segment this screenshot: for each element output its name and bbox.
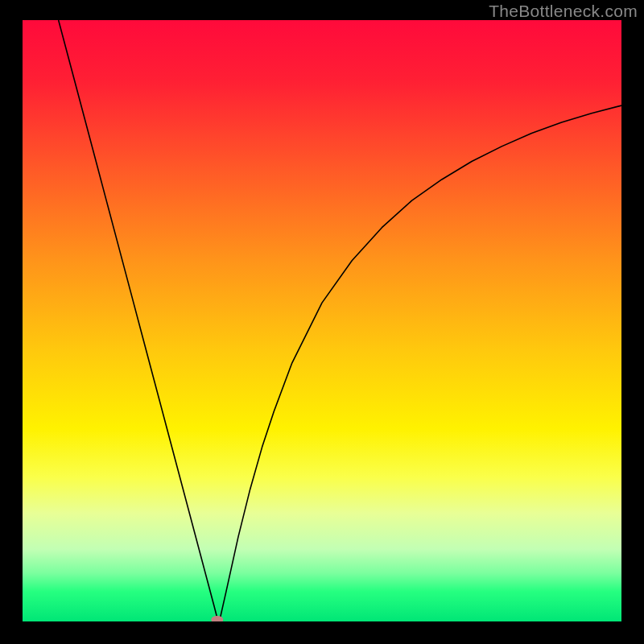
watermark-text: TheBottleneck.com [489, 2, 638, 21]
chart-container: TheBottleneck.com [0, 0, 644, 644]
chart-plot [23, 20, 621, 621]
gradient-background [23, 20, 621, 621]
